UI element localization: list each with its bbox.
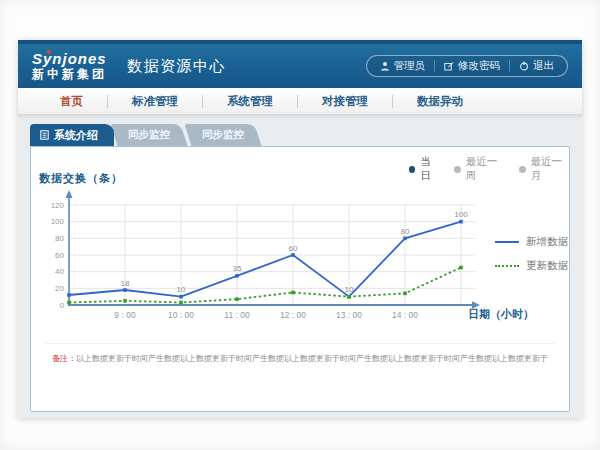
svg-text:80: 80 <box>55 234 64 243</box>
user-button[interactable]: 管理员 <box>371 59 435 73</box>
radio-dot-icon <box>454 166 460 173</box>
svg-text:100: 100 <box>51 217 65 226</box>
nav-item-standard-mgmt[interactable]: 标准管理 <box>108 94 202 109</box>
tab-label: 系统介绍 <box>54 128 98 143</box>
svg-text:18: 18 <box>121 279 130 288</box>
svg-text:10: 10 <box>345 285 354 294</box>
radio-last-month[interactable]: 最近一月 <box>519 155 569 183</box>
tab-sync-monitor-2[interactable]: 同步监控 <box>184 124 261 146</box>
user-icon <box>380 61 390 71</box>
x-axis-title: 日期（小时） <box>468 307 534 322</box>
logo-accent-dot <box>47 50 51 54</box>
footnote-prefix: 备注： <box>52 354 76 363</box>
footnote-text: 以上数据更新于时间产生数据以上数据更新于时间产生数据以上数据更新于时间产生数据以… <box>76 354 548 363</box>
svg-text:0: 0 <box>60 301 65 310</box>
svg-text:80: 80 <box>401 227 410 236</box>
svg-text:9 : 00: 9 : 00 <box>114 310 136 320</box>
svg-text:60: 60 <box>289 244 298 253</box>
green-dotted-swatch <box>495 265 519 267</box>
radio-dot-icon <box>409 166 415 173</box>
svg-text:14 : 00: 14 : 00 <box>392 310 418 320</box>
main-nav: 首页 标准管理 系统管理 对接管理 数据异动 <box>18 88 582 115</box>
power-icon <box>519 61 529 71</box>
y-axis-title: 数据交换（条） <box>39 171 123 186</box>
content-area: 系统介绍 同步监控 同步监控 当日 最近一周 <box>18 115 582 418</box>
panel-divider <box>45 343 555 344</box>
page-title: 数据资源中心 <box>127 57 226 76</box>
screenshot-canvas: Synjones 新中新集团 数据资源中心 管理员 <box>0 0 600 450</box>
legend-item-new-data: 新增数据 <box>495 235 568 249</box>
svg-text:20: 20 <box>55 284 64 293</box>
app-window: Synjones 新中新集团 数据资源中心 管理员 <box>18 40 582 418</box>
logout-button[interactable]: 退出 <box>510 59 563 73</box>
tab-label: 同步监控 <box>128 128 170 142</box>
chart-legend: 新增数据 更新数据 <box>495 235 568 273</box>
logo-text: Synjones <box>32 51 107 67</box>
svg-text:60: 60 <box>55 251 64 260</box>
document-icon <box>40 130 49 140</box>
edit-icon <box>444 61 454 71</box>
svg-text:35: 35 <box>233 264 242 273</box>
tab-system-intro[interactable]: 系统介绍 <box>30 124 114 146</box>
svg-text:10 : 00: 10 : 00 <box>168 310 194 320</box>
nav-item-system-mgmt[interactable]: 系统管理 <box>203 94 297 109</box>
radio-dot-icon <box>519 166 525 173</box>
radio-today[interactable]: 当日 <box>409 155 439 183</box>
nav-item-home[interactable]: 首页 <box>36 94 107 109</box>
nav-item-interface-mgmt[interactable]: 对接管理 <box>298 94 392 109</box>
time-range-filter: 当日 最近一周 最近一月 <box>409 155 569 183</box>
radio-last-week[interactable]: 最近一周 <box>454 155 504 183</box>
footnote: 备注：以上数据更新于时间产生数据以上数据更新于时间产生数据以上数据更新于时间产生… <box>31 353 569 364</box>
tab-label: 同步监控 <box>202 128 244 142</box>
svg-text:40: 40 <box>55 267 64 276</box>
svg-text:12 : 00: 12 : 00 <box>280 310 306 320</box>
tab-bar: 系统介绍 同步监控 同步监控 <box>30 124 258 146</box>
svg-text:120: 120 <box>51 201 65 210</box>
change-password-button[interactable]: 修改密码 <box>435 59 509 73</box>
nav-item-data-change[interactable]: 数据异动 <box>393 94 487 109</box>
company-logo: Synjones 新中新集团 <box>32 51 107 81</box>
svg-text:11 : 00: 11 : 00 <box>224 310 250 320</box>
svg-text:10: 10 <box>177 285 186 294</box>
svg-text:100: 100 <box>454 210 468 219</box>
chart-panel: 当日 最近一周 最近一月 数据交换（条） 0204060801001209 : … <box>30 146 570 412</box>
line-chart: 0204060801001209 : 0010 : 0011 : 0012 : … <box>41 189 491 329</box>
tab-sync-monitor-1[interactable]: 同步监控 <box>110 124 187 146</box>
logo-subtext: 新中新集团 <box>32 67 107 81</box>
legend-item-updated-data: 更新数据 <box>495 259 568 273</box>
user-actions-group: 管理员 修改密码 退出 <box>366 55 569 77</box>
svg-text:13 : 00: 13 : 00 <box>336 310 362 320</box>
app-header: Synjones 新中新集团 数据资源中心 管理员 <box>18 40 582 88</box>
blue-line-swatch <box>495 241 519 243</box>
